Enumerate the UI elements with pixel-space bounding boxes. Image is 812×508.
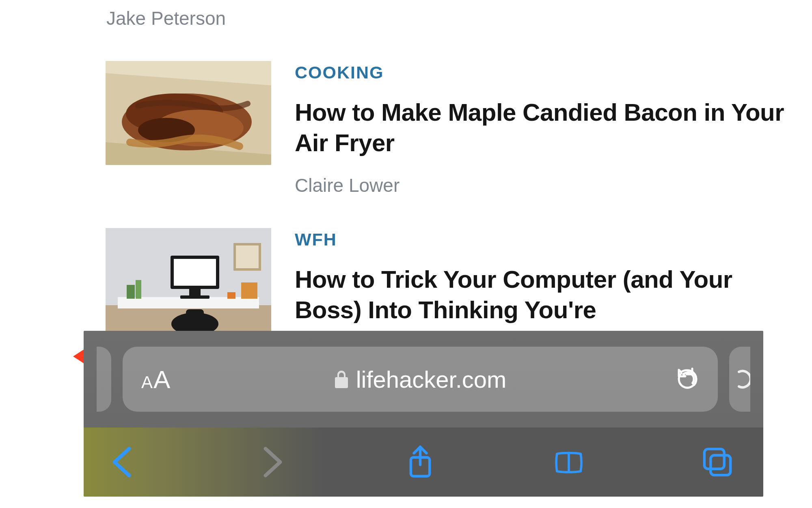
svg-rect-25 (710, 455, 730, 475)
svg-rect-18 (136, 280, 141, 299)
previous-article-author: Jake Peterson (106, 7, 788, 29)
svg-rect-13 (189, 289, 201, 296)
forward-button[interactable] (253, 444, 290, 480)
article-author[interactable]: Claire Lower (295, 174, 788, 196)
article-meta: WFH How to Trick Your Computer (and Your… (295, 228, 788, 325)
svg-rect-24 (704, 449, 724, 469)
svg-rect-17 (127, 285, 135, 299)
svg-rect-10 (235, 244, 260, 269)
address-bar[interactable]: AA lifehacker.com (123, 347, 718, 412)
article-meta: COOKING How to Make Maple Candied Bacon … (295, 61, 788, 196)
svg-rect-14 (180, 295, 209, 299)
svg-rect-9 (118, 297, 259, 308)
safari-bottom-ui: AA lifehacker.com (84, 331, 763, 497)
article-category[interactable]: COOKING (295, 63, 788, 82)
article-title[interactable]: How to Make Maple Candied Bacon in Your … (295, 97, 788, 158)
text-size-big-a: A (153, 365, 170, 394)
share-button[interactable] (402, 444, 438, 480)
tabs-button[interactable] (699, 444, 736, 480)
safari-toolbar (84, 428, 763, 497)
svg-rect-12 (174, 259, 216, 286)
back-button[interactable] (105, 444, 141, 480)
adjacent-tab-right[interactable] (729, 347, 750, 412)
article-title[interactable]: How to Trick Your Computer (and Your Bos… (295, 264, 788, 325)
reload-icon[interactable] (676, 367, 699, 391)
article-card[interactable]: WFH How to Trick Your Computer (and Your… (106, 228, 788, 332)
address-bar-row: AA lifehacker.com (84, 331, 763, 428)
lock-icon (334, 370, 349, 389)
bookmarks-button[interactable] (551, 444, 587, 480)
article-thumbnail[interactable] (106, 61, 271, 165)
text-size-small-a: A (141, 373, 153, 392)
article-category[interactable]: WFH (295, 230, 788, 250)
svg-rect-20 (241, 282, 257, 299)
article-thumbnail[interactable] (106, 228, 271, 332)
article-card[interactable]: COOKING How to Make Maple Candied Bacon … (106, 61, 788, 196)
svg-rect-16 (186, 309, 204, 322)
url-text[interactable]: lifehacker.com (356, 366, 507, 393)
adjacent-tab-left[interactable] (97, 347, 111, 412)
svg-rect-19 (227, 292, 235, 299)
text-size-button[interactable]: AA (141, 365, 170, 394)
